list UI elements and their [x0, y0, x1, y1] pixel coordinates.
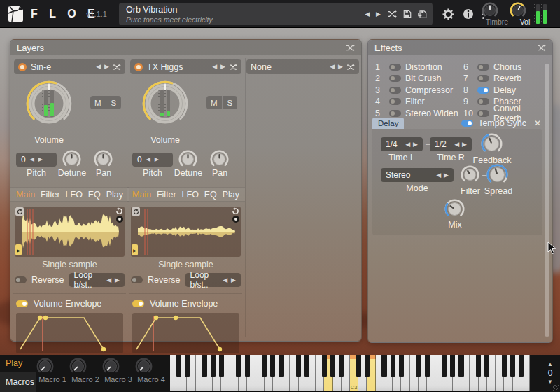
layer3-next-icon[interactable]: ▶	[338, 64, 343, 70]
layer2-waveform-display[interactable]: ▶	[131, 206, 241, 257]
waveform-undo-icon[interactable]	[115, 207, 123, 215]
piano-black-key[interactable]	[236, 355, 241, 377]
layer1-envelope-editor[interactable]	[16, 313, 123, 354]
octave-down-icon[interactable]: ▼	[547, 379, 553, 385]
layer1-mute-solo[interactable]: M S	[90, 96, 121, 109]
effect-slot-bit-crush[interactable]: 2Bit Crush	[375, 74, 461, 83]
waveform-mode-icon[interactable]	[116, 216, 123, 223]
time-l-prev-icon[interactable]: ◀	[405, 141, 410, 148]
timbre-knob[interactable]	[482, 2, 512, 19]
layer2-pitch-stepper[interactable]: 0 ◀ ▶	[132, 153, 173, 167]
layer1-detune-knob[interactable]	[62, 150, 81, 169]
effects-scrollbar[interactable]	[545, 64, 550, 337]
layer2-prev-icon[interactable]: ◀	[212, 64, 217, 70]
loop-next-icon[interactable]: ▶	[115, 277, 120, 284]
octave-up-icon[interactable]: ▲	[547, 362, 553, 368]
pitch-down-icon[interactable]: ◀	[146, 157, 150, 162]
preset-browser-button[interactable]: Orb Vibration Pure tones meet electricit…	[119, 3, 433, 25]
piano-black-key[interactable]	[416, 355, 421, 377]
piano-black-key[interactable]	[365, 355, 370, 377]
layer2-loop-dropdown[interactable]: Loop b/st.. ◀ ▶	[186, 273, 241, 287]
piano-black-key[interactable]	[185, 355, 190, 377]
layer1-tab-main[interactable]: Main	[16, 190, 35, 200]
layer2-random-icon[interactable]	[229, 64, 237, 71]
settings-gear-icon[interactable]	[442, 8, 454, 20]
sample-start-handle[interactable]: ▶	[132, 244, 138, 255]
layer1-reverse-toggle[interactable]	[15, 276, 27, 284]
layer1-pitch-stepper[interactable]: 0 ◀ ▶	[16, 153, 57, 167]
layer2-tab-play[interactable]: Play	[223, 190, 239, 200]
effect-enable-toggle[interactable]	[477, 87, 489, 94]
effect-enable-toggle[interactable]	[389, 110, 401, 117]
macro1-knob[interactable]	[36, 358, 69, 375]
pitch-up-icon[interactable]: ▶	[38, 157, 43, 162]
mode-next-icon[interactable]: ▶	[444, 172, 449, 178]
delay-section-tab[interactable]: Delay	[372, 118, 404, 129]
effect-enable-toggle[interactable]	[389, 98, 401, 105]
effect-enable-toggle[interactable]	[477, 98, 489, 105]
delay-feedback-knob[interactable]	[481, 133, 503, 155]
layer2-tab-eq[interactable]: EQ	[204, 190, 217, 200]
loop-next-icon[interactable]: ▶	[231, 277, 236, 284]
layer2-next-icon[interactable]: ▶	[220, 64, 225, 70]
layer2-tab-lfo[interactable]: LFO	[182, 190, 199, 200]
piano-black-key[interactable]	[279, 355, 284, 377]
layer2-detune-knob[interactable]	[178, 150, 197, 169]
layer3-random-icon[interactable]	[346, 64, 355, 71]
effect-enable-toggle[interactable]	[389, 87, 401, 94]
solo-button[interactable]: S	[106, 96, 122, 109]
piano-black-key[interactable]	[330, 355, 335, 377]
time-r-next-icon[interactable]: ▶	[462, 141, 467, 148]
layer1-prev-icon[interactable]: ◀	[96, 64, 101, 70]
resize-grip[interactable]	[553, 385, 559, 391]
piano-black-key[interactable]	[399, 355, 404, 377]
piano-black-key[interactable]	[442, 355, 447, 377]
layer3-prev-icon[interactable]: ◀	[330, 64, 335, 70]
waveform-undo-icon[interactable]	[232, 207, 239, 215]
effect-enable-toggle[interactable]	[477, 110, 489, 117]
piano-black-key[interactable]	[425, 355, 430, 377]
piano-black-key[interactable]	[502, 355, 507, 377]
piano-black-key[interactable]	[510, 355, 515, 377]
solo-button[interactable]: S	[223, 96, 238, 109]
sample-start-handle[interactable]: ▶	[15, 244, 22, 255]
layer2-reverse-toggle[interactable]	[131, 276, 143, 284]
piano-black-key[interactable]	[262, 355, 267, 377]
tab-macros[interactable]: Macros	[0, 372, 36, 392]
layer1-next-icon[interactable]: ▶	[104, 64, 109, 70]
effect-slot-delay[interactable]: 8Delay	[463, 85, 549, 94]
layer3-instrument-picker[interactable]: None ◀ ▶	[246, 59, 359, 74]
effect-enable-toggle[interactable]	[477, 64, 489, 71]
layer1-tab-eq[interactable]: EQ	[88, 190, 101, 200]
preset-random-icon[interactable]	[387, 10, 397, 18]
effect-slot-convol-reverb[interactable]: 10Convol Reverb	[463, 108, 549, 118]
waveform-refresh-icon[interactable]	[132, 207, 140, 216]
loop-prev-icon[interactable]: ◀	[106, 277, 111, 284]
layer1-loop-dropdown[interactable]: Loop b/st.. ◀ ▶	[69, 273, 125, 287]
effect-slot-reverb[interactable]: 7Reverb	[463, 74, 549, 83]
layer1-tab-play[interactable]: Play	[106, 190, 123, 200]
save-as-icon[interactable]	[418, 10, 427, 19]
save-icon[interactable]	[403, 10, 412, 18]
piano-black-key[interactable]	[270, 355, 275, 377]
tab-play[interactable]: Play	[0, 355, 36, 372]
delay-filter-knob[interactable]	[461, 165, 479, 184]
close-delay-icon[interactable]: ✕	[534, 118, 541, 128]
layer2-instrument-picker[interactable]: TX Higgs ◀ ▶	[130, 59, 241, 74]
layer1-pan-knob[interactable]	[94, 150, 113, 169]
piano-black-key[interactable]	[450, 355, 455, 377]
piano-black-key[interactable]	[458, 355, 463, 377]
piano-black-key[interactable]	[202, 355, 206, 377]
effect-slot-chorus[interactable]: 6Chorus	[463, 62, 549, 71]
layer2-pan-knob[interactable]	[210, 150, 229, 169]
macro4-knob[interactable]	[135, 358, 167, 375]
layer2-tab-main[interactable]: Main	[132, 190, 151, 200]
piano-black-key[interactable]	[245, 355, 250, 377]
layer2-mute-solo[interactable]: M S	[206, 96, 237, 109]
layer2-envelope-editor[interactable]	[132, 313, 239, 354]
info-icon[interactable]	[463, 8, 474, 20]
effect-slot-filter[interactable]: 4Filter	[375, 97, 461, 106]
effect-slot-compressor[interactable]: 3Compressor	[375, 85, 461, 94]
tempo-sync-toggle[interactable]	[461, 120, 473, 127]
piano-black-key[interactable]	[476, 355, 481, 377]
